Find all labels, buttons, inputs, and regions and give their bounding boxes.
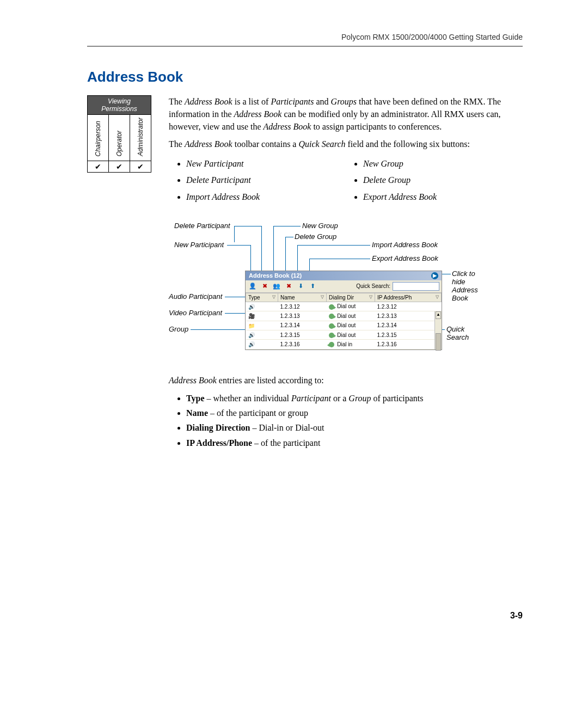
- hide-panel-button[interactable]: ▶: [431, 272, 438, 279]
- button-list-right: New Group Delete Group Export Address Bo…: [346, 156, 523, 205]
- list-item: Name – of the participant or group: [186, 406, 523, 420]
- label-audio-participant: Audio Participant: [169, 292, 222, 301]
- header-rule: [87, 46, 523, 47]
- cell-name: 1.2.3.13: [278, 311, 327, 321]
- entries-description: Address Book entries are listed accordin…: [169, 374, 523, 450]
- leader-line: [273, 226, 301, 226]
- dial-out-icon: [329, 314, 334, 319]
- table-row[interactable]: 🔊1.2.3.15 Dial out1.2.3.15: [246, 330, 442, 340]
- import-address-book-icon[interactable]: ⬇: [296, 281, 305, 291]
- dial-out-icon: [329, 333, 334, 338]
- dial-in-icon: [329, 342, 334, 347]
- cell-dial-dir: Dial in: [327, 340, 375, 349]
- viewing-permissions-table: Viewing Permissions Chairperson Operator…: [87, 95, 151, 173]
- col-type[interactable]: Type▽: [246, 293, 278, 302]
- export-address-book-icon[interactable]: ⬆: [308, 281, 317, 291]
- new-participant-icon[interactable]: 👤: [248, 281, 258, 291]
- label-group: Group: [169, 325, 188, 333]
- permissions-caption: Viewing Permissions: [88, 96, 151, 115]
- leader-line: [225, 313, 247, 314]
- cell-name: 1.2.3.16: [278, 340, 327, 349]
- quick-search-input[interactable]: [393, 282, 439, 291]
- list-item: Delete Group: [363, 172, 523, 188]
- list-item: Export Address Book: [363, 189, 523, 205]
- cell-ip: 1.2.3.12: [375, 302, 442, 311]
- cell-dial-dir: Dial out: [327, 321, 375, 330]
- leader-line: [441, 274, 451, 274]
- page-number: 3-9: [510, 611, 523, 621]
- check-icon: ✔: [109, 161, 130, 173]
- leader-line: [309, 259, 370, 259]
- cell-name: 1.2.3.12: [278, 302, 327, 311]
- leader-line: [285, 237, 293, 237]
- filter-icon[interactable]: ▽: [436, 295, 439, 299]
- cell-name: 1.2.3.14: [278, 321, 327, 330]
- leader-line: [234, 226, 261, 226]
- col-ip[interactable]: IP Address/Ph▽: [375, 293, 442, 302]
- toolbar-button-list: New Participant Delete Participant Impor…: [169, 156, 523, 205]
- label-click-to-hide: Click to hide Address Book: [452, 269, 490, 302]
- list-item: Dialing Direction – Dial-in or Dial-out: [186, 420, 523, 435]
- filter-icon[interactable]: ▽: [272, 295, 275, 299]
- audio-icon: 🔊: [248, 341, 255, 348]
- panel-toolbar: 👤 ✖ 👥 ✖ ⬇ ⬆ Quick Search:: [246, 280, 442, 293]
- role-operator: Operator: [109, 115, 130, 161]
- leader-line: [234, 226, 235, 242]
- video-icon: 🎥: [248, 313, 255, 320]
- label-export: Export Address Book: [372, 254, 438, 262]
- table-row[interactable]: 🔊1.2.3.16 Dial in1.2.3.16: [246, 340, 442, 349]
- panel-titlebar: Address Book (12) ▶: [246, 271, 442, 280]
- new-group-icon[interactable]: 👥: [272, 281, 281, 291]
- intro-paragraph-1: The Address Book is a list of Participan…: [169, 95, 523, 133]
- label-new-group: New Group: [302, 222, 338, 230]
- filter-icon[interactable]: ▽: [321, 295, 324, 299]
- side-column: Viewing Permissions Chairperson Operator…: [87, 95, 169, 173]
- leader-line: [227, 245, 250, 246]
- list-item: IP Address/Phone – of the participant: [186, 436, 523, 450]
- scrollbar[interactable]: ▲: [434, 311, 442, 350]
- scroll-up-icon[interactable]: ▲: [436, 311, 441, 319]
- cell-ip: 1.2.3.13: [375, 311, 442, 321]
- quick-search-label: Quick Search:: [356, 283, 390, 289]
- label-quick-search: Quick Search: [446, 325, 479, 341]
- entries-intro: Address Book entries are listed accordin…: [169, 374, 523, 387]
- label-video-participant: Video Participant: [169, 309, 222, 317]
- filter-icon[interactable]: ▽: [369, 295, 372, 299]
- table-row[interactable]: 📁1.2.3.14 Dial out1.2.3.14: [246, 321, 442, 330]
- leader-line: [297, 245, 370, 246]
- audio-icon: 🔊: [248, 332, 255, 338]
- col-name[interactable]: Name▽: [278, 293, 327, 302]
- table-row[interactable]: 🎥1.2.3.13 Dial out1.2.3.13: [246, 311, 442, 321]
- cell-ip: 1.2.3.16: [375, 340, 442, 349]
- list-item: Type – whether an individual Participant…: [186, 391, 523, 406]
- check-icon: ✔: [88, 161, 109, 173]
- document-page: Polycom RMX 1500/2000/4000 Getting Start…: [0, 0, 588, 653]
- role-administrator: Administrator: [130, 115, 151, 161]
- two-column-layout: Viewing Permissions Chairperson Operator…: [87, 95, 523, 450]
- delete-group-icon[interactable]: ✖: [284, 281, 293, 291]
- delete-participant-icon[interactable]: ✖: [260, 281, 270, 291]
- cell-dial-dir: Dial out: [327, 311, 375, 321]
- cell-ip: 1.2.3.14: [375, 321, 442, 330]
- dial-out-icon: [329, 304, 334, 310]
- address-book-panel: Address Book (12) ▶ 👤 ✖ 👥 ✖ ⬇ ⬆ Quick Se…: [245, 271, 442, 350]
- list-item: Delete Participant: [186, 172, 346, 188]
- page-title: Address Book: [87, 69, 523, 85]
- audio-icon: 🔊: [248, 303, 255, 310]
- leader-line: [191, 329, 247, 330]
- check-icon: ✔: [130, 161, 151, 173]
- table-row[interactable]: 🔊1.2.3.12 Dial out1.2.3.12: [246, 302, 442, 311]
- scroll-thumb[interactable]: [436, 333, 441, 351]
- cell-name: 1.2.3.15: [278, 330, 327, 340]
- role-chairperson: Chairperson: [88, 115, 109, 161]
- list-item: New Participant: [186, 156, 346, 172]
- button-list-left: New Participant Delete Participant Impor…: [169, 156, 346, 205]
- label-import: Import Address Book: [372, 241, 438, 249]
- label-delete-participant: Delete Participant: [174, 222, 230, 230]
- list-item: New Group: [363, 156, 523, 172]
- group-icon: 📁: [248, 322, 255, 329]
- address-book-grid: Type▽ Name▽ Dialing Dir▽ IP Address/Ph▽ …: [246, 293, 442, 350]
- col-dialing-dir[interactable]: Dialing Dir▽: [327, 293, 375, 302]
- cell-dial-dir: Dial out: [327, 330, 375, 340]
- list-item: Import Address Book: [186, 189, 346, 205]
